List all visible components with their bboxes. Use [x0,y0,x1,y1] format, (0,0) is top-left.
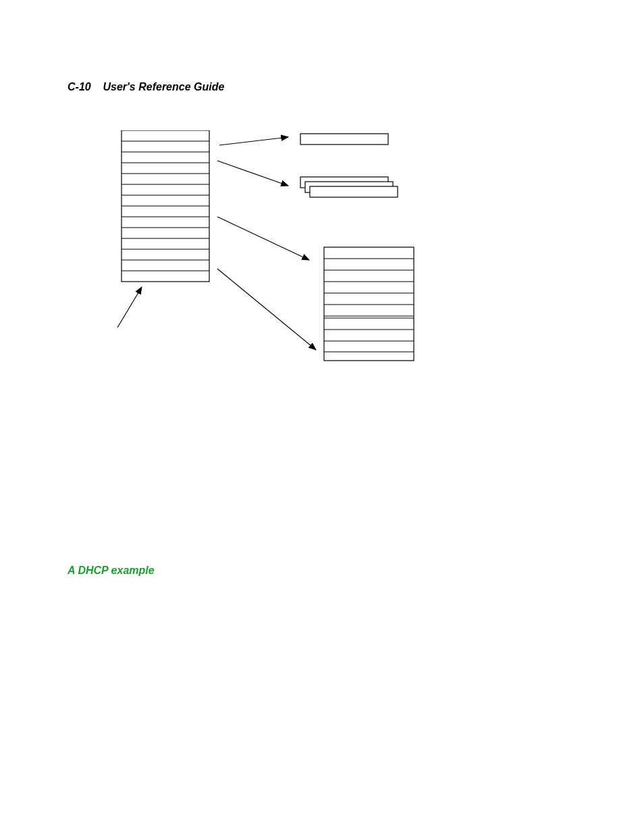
page-header: C-10 User's Reference Guide [68,81,224,93]
arrow-2 [217,161,288,186]
svg-rect-18 [324,247,414,361]
dhcp-diagram [68,130,452,387]
arrow-in [117,287,142,328]
section-heading: A DHCP example [68,565,155,577]
left-stack [122,130,209,282]
svg-rect-17 [310,186,398,197]
right-mid-stack [300,177,398,197]
header-separator [94,81,100,93]
page-title: User's Reference Guide [103,81,224,93]
arrow-3 [217,217,309,260]
right-top-box [300,134,388,145]
right-bottom-stack [324,247,414,361]
arrow-4 [217,269,316,350]
page-number: C-10 [68,81,91,93]
arrow-1 [219,137,288,145]
